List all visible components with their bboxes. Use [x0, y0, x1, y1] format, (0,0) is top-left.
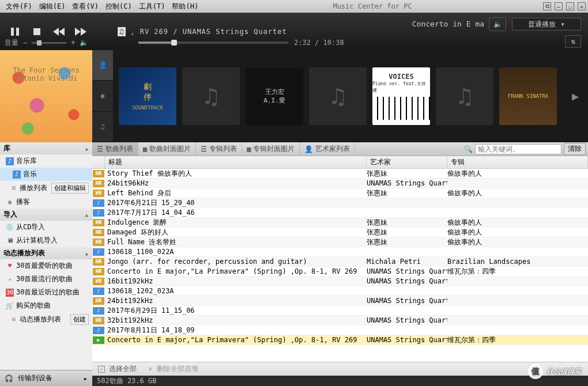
cell-title: Damaged 坏的好人 [105, 228, 367, 237]
cell-album: 维瓦尔第：四季 [447, 335, 588, 345]
cell-artist: 张惠妹 [367, 188, 447, 198]
table-row[interactable]: HRIndulgence 装醉张惠妹偷故事的人 [92, 218, 588, 228]
sidebar-item-playlist[interactable]: ≡ 播放列表创建和编辑 [0, 181, 92, 195]
carousel-thumb[interactable]: 王力宏A.I.愛 [246, 67, 303, 125]
view-albumlist[interactable]: ☰专辑列表 [196, 142, 242, 156]
selection-bar: ✓ 选择全部 ✕ 删除全部选项 [92, 362, 588, 376]
sidebar-item-import-cd[interactable]: 💿从CD导入 [0, 221, 92, 234]
search-input[interactable] [475, 144, 561, 154]
table-row[interactable]: HR24bit96kHzUNAMAS Strings Quartet [92, 179, 588, 188]
now-playing-cover[interactable]: The Four SeasonsAntonio Vivaldi [0, 50, 92, 142]
sidebar-item-purchased[interactable]: 🛒购买的歌曲 [0, 299, 92, 312]
cell-artist: 张惠妹 [367, 228, 447, 237]
table-row[interactable]: ♪2017年6月21日 15_29_40 [92, 198, 588, 208]
select-all-toggle[interactable]: ✓ 选择全部 [98, 364, 137, 374]
table-row[interactable]: HR16bit192kHzUNAMAS Strings Quartet [92, 277, 588, 286]
output-device-icon[interactable]: 🔈 [489, 17, 506, 31]
svg-marker-6 [81, 28, 86, 36]
section-dynamic-playlist[interactable]: 动态播放列表▴ [0, 247, 92, 259]
carousel-thumb-empty[interactable]: ♫ [436, 67, 493, 125]
cell-title: Story Thief 偷故事的人 [105, 169, 367, 179]
table-row[interactable]: ♪2017年8月11日 14_18_09 [92, 326, 588, 335]
table-row[interactable]: ♪130618_1100_022A [92, 247, 588, 257]
watermark: 值 什么值得买 [528, 364, 581, 379]
clear-search-button[interactable]: 清除 [564, 143, 586, 155]
menu-tools[interactable]: 工具(T) [135, 1, 169, 13]
create-edit-button[interactable]: 创建和编辑 [51, 183, 89, 194]
cell-title: 130618_1100_022A [105, 248, 367, 256]
sidebar-item-import-pc[interactable]: 🖥从计算机导入 [0, 234, 92, 247]
volume-down-icon[interactable]: − [23, 39, 27, 47]
sidebar-item-top-loved[interactable]: ♥30首最爱听的歌曲 [0, 259, 92, 273]
chevron-right-icon: ▸ [84, 374, 88, 383]
volume-slider[interactable] [32, 42, 66, 44]
play-mode-select[interactable]: 普通播放▾ [512, 18, 581, 31]
col-album[interactable]: 专辑 [447, 156, 588, 168]
view-artistlist[interactable]: 👤艺术家列表 [300, 142, 355, 156]
view-albumcover[interactable]: ▦专辑封面图片 [242, 142, 300, 156]
window-maximize-icon[interactable]: ☐ [566, 2, 574, 10]
quality-badge: HR [93, 170, 104, 177]
sort-button[interactable]: ⇅ [565, 35, 581, 48]
sidebar-item-top-popular[interactable]: ★30首最流行的歌曲 [0, 273, 92, 286]
cd-icon: 💿 [6, 224, 14, 232]
menu-edit[interactable]: 编辑(E) [36, 1, 69, 13]
quality-badge: HR [93, 268, 104, 275]
view-songcover[interactable]: ▦歌曲封面图片 [138, 142, 196, 156]
clear-selection-button[interactable]: ✕ 删除全部选项 [148, 364, 198, 374]
window-close-icon[interactable]: ✕ [578, 2, 586, 10]
carousel-thumb[interactable]: FRANK SINATRA [499, 67, 557, 125]
chevron-down-icon: ▾ [560, 20, 564, 28]
carousel-thumb[interactable]: 劇伴SOUNDTRACK [119, 67, 176, 125]
table-row[interactable]: HRConcerto in E major,"La Primavera" (Sp… [92, 267, 588, 277]
sidebar-item-podcast[interactable]: ◉播客 [0, 195, 92, 209]
mute-icon[interactable]: 🔈 [80, 39, 88, 47]
sidebar-item-dynlist[interactable]: ≡ 动态播放列表创建 [0, 312, 92, 327]
carousel-thumb-empty[interactable]: ♫ [182, 67, 240, 125]
cell-artist: Michala Petri [367, 258, 447, 266]
col-artist[interactable]: 艺术家 [367, 156, 447, 168]
col-title[interactable]: 标题 [105, 156, 367, 168]
window-popout-icon[interactable]: ⧉ [543, 2, 551, 10]
cell-artist: UNAMAS Strings Quartet [367, 179, 447, 187]
seek-slider[interactable] [138, 41, 288, 44]
menu-help[interactable]: 帮助(H) [168, 1, 202, 13]
sidebar-item-music[interactable]: ♪音乐 [0, 168, 92, 181]
volume-up-icon[interactable]: + [71, 39, 75, 47]
table-row[interactable]: ♪2017年7月17日 14_04_46 [92, 208, 588, 218]
menu-file[interactable]: 文件(F) [2, 1, 36, 13]
quality-badge: ♪ [93, 248, 104, 256]
song-grid[interactable]: 标题 艺术家 专辑 HRStory Thief 偷故事的人张惠妹偷故事的人HR2… [92, 156, 588, 362]
table-row[interactable]: HRFull Name 连名带姓张惠妹偷故事的人 [92, 237, 588, 247]
window-minimize-icon[interactable]: — [555, 2, 563, 10]
carousel-view-disc[interactable]: ◉ [92, 81, 113, 111]
transfer-bar[interactable]: 🎧传输到设备▸ [0, 370, 92, 386]
cell-artist: 张惠妹 [367, 218, 447, 228]
cell-title: 16bit192kHz [105, 277, 367, 285]
table-row[interactable]: HRLeft Behind 身后张惠妹偷故事的人 [92, 188, 588, 198]
table-row[interactable]: HRJongo (arr. for recorder, percussion a… [92, 257, 588, 267]
table-row[interactable]: HRStory Thief 偷故事的人张惠妹偷故事的人 [92, 169, 588, 179]
carousel-view-track[interactable]: ♫ [92, 112, 113, 142]
menu-view[interactable]: 查看(V) [69, 1, 102, 13]
table-row[interactable]: HR32bit192kHzUNAMAS Strings Quartet [92, 316, 588, 326]
view-songlist[interactable]: ☰歌曲列表 [92, 142, 138, 156]
section-library[interactable]: 库▴ [0, 142, 92, 154]
carousel-next-icon[interactable]: ▶ [572, 89, 586, 103]
sidebar-item-recent[interactable]: 3030首最近听过的歌曲 [0, 286, 92, 299]
table-row[interactable]: ♪130618_1202_023A [92, 286, 588, 296]
table-row[interactable]: ♪2017年6月29日 11_15_06 [92, 306, 588, 316]
carousel-thumb-empty[interactable]: ♫ [309, 67, 367, 125]
table-row[interactable]: ▶Concerto in E major,"La Primavera" (Spr… [92, 335, 588, 345]
menu-control[interactable]: 控制(C) [102, 1, 135, 13]
sidebar-item-musiclib[interactable]: ♪音乐库 [0, 154, 92, 168]
create-button[interactable]: 创建 [70, 314, 89, 325]
view-toolbar: ☰歌曲列表 ▦歌曲封面图片 ☰专辑列表 ▦专辑封面图片 👤艺术家列表 🔍 清除 [92, 142, 588, 156]
section-import[interactable]: 导入▴ [0, 209, 92, 221]
quality-badge: ♪ [93, 327, 104, 334]
table-row[interactable]: HRDamaged 坏的好人张惠妹偷故事的人 [92, 228, 588, 237]
carousel-view-artist[interactable]: 👤 [92, 50, 113, 81]
list-icon: ☰ [97, 145, 103, 153]
table-row[interactable]: HR24bit192kHzUNAMAS Strings Quartet [92, 296, 588, 306]
carousel-thumb[interactable]: VOICESPiano ver. feat.大井健 [372, 67, 430, 125]
